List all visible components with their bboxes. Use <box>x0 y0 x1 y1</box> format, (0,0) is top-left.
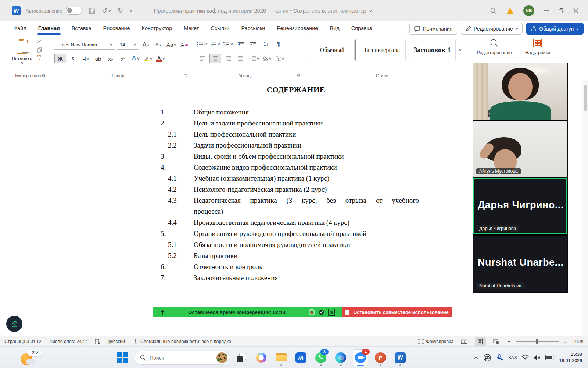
stop-share-button[interactable]: Остановить совместное использование <box>342 307 452 317</box>
style-card[interactable]: Заголовок 1 <box>409 39 456 61</box>
shading-button[interactable]: ∨ <box>262 54 273 63</box>
keyboard-language[interactable]: КАЗ <box>508 355 517 360</box>
grow-font-button[interactable]: A∧ <box>140 40 151 49</box>
font-dialog-launcher[interactable] <box>184 74 188 78</box>
change-case-button[interactable]: Aa∨ <box>165 40 178 49</box>
vertical-scrollbar[interactable] <box>582 80 588 336</box>
align-left-button[interactable] <box>197 54 208 63</box>
font-color-button[interactable]: A∨ <box>155 54 166 63</box>
account-avatar[interactable]: NB <box>523 5 534 16</box>
zoom-slider-thumb[interactable] <box>536 339 538 344</box>
zoom-out-button[interactable]: − <box>507 338 510 345</box>
annotation-pencil-button[interactable] <box>6 316 22 332</box>
borders-button[interactable]: ∨ <box>274 54 285 63</box>
pilcrow-button[interactable]: ¶ <box>273 40 284 49</box>
multilevel-list-button[interactable]: ∨ <box>222 40 234 49</box>
ribbon-tab[interactable]: Конструктор <box>136 21 178 35</box>
camera-off-icon[interactable] <box>483 354 491 362</box>
paragraph-dialog-launcher[interactable] <box>296 74 301 78</box>
powerpoint-button[interactable]: P <box>373 348 388 367</box>
word-taskbar-button[interactable]: W <box>392 348 408 367</box>
clear-formatting-button[interactable]: A <box>179 40 190 49</box>
security-shield-icon[interactable] <box>319 309 324 315</box>
ribbon-tab[interactable]: Ссылки <box>205 21 235 35</box>
participant-tile[interactable]: Дарья Чигрино... Дарья Чигринова <box>473 178 567 234</box>
clipboard-dialog-launcher[interactable] <box>41 74 46 78</box>
search-input[interactable] <box>149 354 205 361</box>
weather-widget[interactable]: -23° <box>18 349 53 367</box>
battery-icon[interactable] <box>545 355 554 360</box>
copilot-button[interactable] <box>254 348 269 367</box>
underline-button[interactable]: Ч∨ <box>80 54 91 63</box>
scrollbar-thumb[interactable] <box>584 85 587 111</box>
comments-button[interactable]: Примечания <box>409 23 457 35</box>
task-view-button[interactable] <box>234 348 249 367</box>
bold-button[interactable]: Ж <box>54 54 66 63</box>
accessibility-status[interactable]: Специальные возможности: все в порядке <box>133 339 231 344</box>
web-layout-button[interactable] <box>491 337 502 346</box>
whatsapp-button[interactable]: 8 <box>313 348 329 367</box>
volume-icon[interactable] <box>534 355 541 361</box>
zoom-app-button[interactable]: 4 <box>353 348 368 367</box>
sort-button[interactable]: АЯ↓ <box>261 40 272 49</box>
redo-button[interactable]: ↻ <box>118 7 123 15</box>
microphone-location-icon[interactable] <box>496 354 503 361</box>
edge-button[interactable] <box>333 348 348 367</box>
ribbon-tab[interactable]: Файл <box>7 21 32 35</box>
subscript-button[interactable]: x₂ <box>105 54 116 63</box>
word-count[interactable]: Число слов: 2472 <box>50 339 87 344</box>
undo-chevron-icon[interactable]: ∨ <box>108 9 111 13</box>
align-center-button[interactable] <box>209 54 221 63</box>
numbered-list-button[interactable]: 123∨ <box>209 40 221 49</box>
quick-access-more-icon[interactable]: ∨ <box>130 9 132 13</box>
highlight-button[interactable]: ∨ <box>143 54 154 63</box>
font-size-select[interactable]: 14∨ <box>117 40 139 50</box>
paste-button[interactable]: Вставить ∨ <box>10 38 34 71</box>
save-icon[interactable] <box>89 7 95 14</box>
zoom-in-button[interactable]: + <box>564 339 567 345</box>
increase-indent-button[interactable] <box>248 40 259 49</box>
participant-tile[interactable]: Айгуль Мустакова <box>473 121 567 177</box>
payment-icon[interactable]: $ <box>328 309 335 316</box>
warning-icon[interactable]: ! <box>506 8 514 14</box>
zoom-slider[interactable] <box>516 341 559 342</box>
restore-button[interactable] <box>559 8 564 13</box>
text-effects-button[interactable]: A∨ <box>130 54 141 63</box>
format-painter-icon[interactable] <box>37 55 42 60</box>
zoom-percentage[interactable]: 100% <box>573 339 584 344</box>
autosave-toggle[interactable] <box>66 7 82 15</box>
taskbar-search[interactable] <box>135 351 229 365</box>
file-explorer-button[interactable] <box>273 348 289 367</box>
participant-tile[interactable]: Назгуль Жоламановна <box>473 63 567 120</box>
ribbon-tab[interactable]: Рецензирование <box>271 21 324 35</box>
recording-indicator-icon[interactable] <box>309 309 315 315</box>
search-highlight-image[interactable] <box>216 352 227 363</box>
close-button[interactable] <box>573 8 578 13</box>
ribbon-tab[interactable]: Рисование <box>97 21 136 35</box>
style-card[interactable]: Обычный <box>309 39 356 61</box>
focus-mode-button[interactable]: Фокусировка <box>418 339 453 344</box>
editing-mode-button[interactable]: Редактирование ∨ <box>461 23 523 35</box>
addins-group-button[interactable]: Надстройки <box>517 38 558 55</box>
cut-icon[interactable]: ✂ <box>37 38 42 45</box>
align-right-button[interactable] <box>223 54 234 63</box>
document-page[interactable]: СОДЕРЖАНИЕ 1. Общие положения 2. Цель и … <box>161 85 420 283</box>
ribbon-tab[interactable]: Вставка <box>66 21 97 35</box>
strikethrough-button[interactable]: ab <box>93 54 104 63</box>
participant-tile[interactable]: Nurshat Unarbe... Nurshat Unarbekova <box>473 236 567 292</box>
copy-icon[interactable] <box>37 47 42 53</box>
proofing-errors-icon[interactable] <box>95 339 100 344</box>
undo-button[interactable]: ↺∨ <box>102 7 111 15</box>
line-spacing-button[interactable]: ↕∨ <box>248 54 260 63</box>
italic-button[interactable]: К <box>68 54 79 63</box>
styles-gallery-more-button[interactable]: ∨ <box>456 39 464 61</box>
editing-group-button[interactable]: Редактирование <box>474 38 514 55</box>
share-button[interactable]: Общий доступ ∨ <box>526 23 584 35</box>
minimize-button[interactable] <box>544 8 549 13</box>
page-indicator[interactable]: Страница 3 из 12 <box>4 339 42 344</box>
ribbon-tab[interactable]: Рассылки <box>235 21 271 35</box>
print-layout-button[interactable] <box>475 337 486 346</box>
decrease-indent-button[interactable] <box>236 40 247 49</box>
style-card[interactable]: Без интервала <box>359 39 406 61</box>
ribbon-tab[interactable]: Справка <box>345 21 378 35</box>
